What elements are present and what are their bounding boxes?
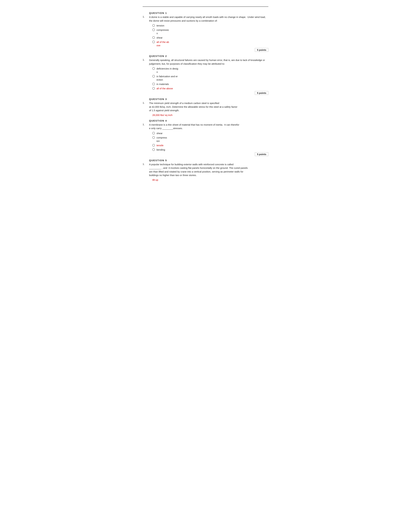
option-label-1-1: tension	[157, 24, 164, 27]
question-body-2: 1.Generally speaking, all structural fai…	[143, 58, 268, 66]
option-row-2-4[interactable]: all of the above	[152, 87, 268, 90]
options-group-4: shearcompress iontensilebending	[152, 132, 268, 151]
option-label-2-4: all of the above	[157, 87, 173, 90]
option-row-2-3[interactable]: in materials	[152, 82, 268, 86]
option-label-4-3: tensile	[157, 144, 163, 147]
radio-button-2-3[interactable]	[152, 83, 155, 85]
question-number-4: 1.	[143, 123, 149, 130]
question-block-4: QUESTION 41.A membrane is a thin sheet o…	[143, 119, 268, 156]
question-body-5: 1.A popular technique for building exter…	[143, 163, 268, 177]
question-answer-3: 28,000 lbs/ sq inch	[152, 114, 268, 116]
option-label-1-4: all of the ab ove	[157, 40, 169, 47]
radio-button-4-2[interactable]	[152, 136, 155, 139]
option-label-4-2: compress ion	[157, 136, 167, 143]
question-text-5: A popular technique for building exterio…	[149, 163, 268, 177]
top-divider	[143, 6, 268, 7]
radio-button-4-3[interactable]	[152, 144, 155, 147]
radio-button-2-4[interactable]	[152, 87, 155, 90]
question-block-1: QUESTION 11.A dome is a stable and capab…	[143, 12, 268, 52]
option-row-1-2[interactable]: compressio n	[152, 28, 268, 35]
question-block-2: QUESTION 21.Generally speaking, all stru…	[143, 55, 268, 95]
option-row-1-4[interactable]: all of the ab ove	[152, 40, 268, 47]
question-answer-5: tilt-up	[152, 179, 268, 181]
option-label-1-2: compressio n	[157, 28, 169, 35]
points-row-2: 5 points	[143, 91, 268, 95]
option-row-4-1[interactable]: shear	[152, 132, 268, 135]
option-label-4-4: bending	[157, 148, 165, 151]
question-number-1: 1.	[143, 15, 149, 23]
option-row-1-3[interactable]: shear	[152, 36, 268, 39]
points-box-2: 5 points	[255, 91, 268, 95]
radio-button-1-4[interactable]	[152, 41, 155, 43]
option-row-1-1[interactable]: tension	[152, 24, 268, 27]
points-row-4: 5 points	[143, 152, 268, 156]
option-row-4-2[interactable]: compress ion	[152, 136, 268, 143]
answer-text-5: tilt-up	[152, 179, 158, 181]
radio-button-2-1[interactable]	[152, 67, 155, 70]
points-box-4: 5 points	[255, 152, 268, 156]
question-text-2: Generally speaking, all structural failu…	[149, 58, 268, 66]
question-number-2: 1.	[143, 58, 149, 66]
option-row-4-4[interactable]: bending	[152, 148, 268, 151]
options-group-1: tensioncompressio nshearall of the ab ov…	[152, 24, 268, 47]
question-body-3: 1.The minimum yield strength of a medium…	[143, 101, 268, 112]
radio-button-2-2[interactable]	[152, 75, 155, 77]
radio-button-1-2[interactable]	[152, 28, 155, 31]
option-label-2-1: deficiencies in desig n	[157, 67, 178, 74]
option-row-2-2[interactable]: in fabrication and er ection	[152, 75, 268, 81]
option-row-4-3[interactable]: tensile	[152, 144, 268, 147]
radio-button-4-4[interactable]	[152, 148, 155, 151]
question-number-3: 1.	[143, 101, 149, 112]
question-header-5: QUESTION 5	[149, 159, 268, 162]
question-header-2: QUESTION 2	[149, 55, 268, 57]
question-body-4: 1.A membrane is a thin sheet of material…	[143, 123, 268, 130]
question-text-1: A dome is a stable and capable of carryi…	[149, 15, 268, 23]
question-body-1: 1.A dome is a stable and capable of carr…	[143, 15, 268, 23]
option-label-4-1: shear	[157, 132, 163, 135]
radio-button-4-1[interactable]	[152, 132, 155, 134]
question-block-5: QUESTION 51.A popular technique for buil…	[143, 159, 268, 181]
radio-button-1-3[interactable]	[152, 36, 155, 39]
option-label-1-3: shear	[157, 36, 163, 39]
options-group-2: deficiencies in desig nin fabrication an…	[152, 67, 268, 90]
option-label-2-3: in materials	[157, 82, 169, 86]
points-box-1: 5 points	[255, 48, 268, 52]
option-label-2-2: in fabrication and er ection	[157, 75, 178, 81]
answer-text-3: 28,000 lbs/ sq inch	[152, 114, 172, 116]
question-header-3: QUESTION 3	[149, 98, 268, 100]
question-header-4: QUESTION 4	[149, 119, 268, 122]
question-header-1: QUESTION 1	[149, 12, 268, 14]
option-row-2-1[interactable]: deficiencies in desig n	[152, 67, 268, 74]
points-row-1: 5 points	[143, 48, 268, 52]
question-number-5: 1.	[143, 163, 149, 177]
radio-button-1-1[interactable]	[152, 24, 155, 27]
question-text-3: The minimum yield strength of a medium c…	[149, 101, 268, 112]
question-text-4: A membrane is a thin sheet of material t…	[149, 123, 268, 130]
question-block-3: QUESTION 31.The minimum yield strength o…	[143, 98, 268, 116]
